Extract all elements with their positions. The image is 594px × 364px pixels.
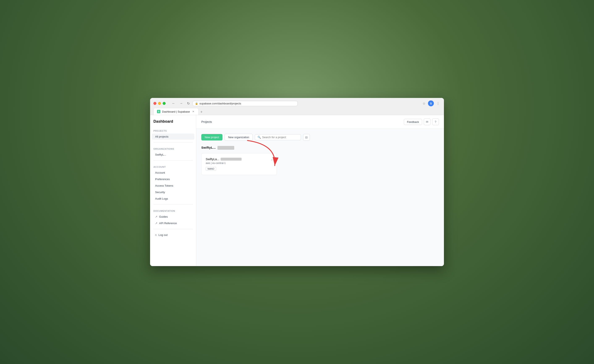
address-bar[interactable]: 🔒 supabase.com/dashboard/projects	[193, 101, 298, 106]
toolbar: New project New organization 🔍 ⊟	[201, 134, 439, 141]
sidebar-item-security[interactable]: Security	[152, 189, 194, 195]
security-label: Security	[155, 191, 165, 194]
page-title: Projects	[201, 120, 212, 124]
new-project-button[interactable]: New project	[201, 134, 223, 140]
sidebar-item-logout[interactable]: ⎋ Log out	[152, 232, 194, 238]
documentation-section-label: Documentation	[150, 207, 196, 213]
url-text: supabase.com/dashboard/projects	[199, 102, 295, 105]
all-projects-label: All projects	[155, 135, 169, 138]
org-section-title: SwiftyL...	[201, 146, 439, 150]
active-tab[interactable]: S Dashboard | Supabase ✕	[153, 108, 199, 115]
logout-label: Log out	[158, 233, 168, 237]
projects-section: SwiftyL...	[201, 146, 439, 175]
tab-favicon: S	[157, 110, 160, 113]
sidebar-title: Dashboard	[150, 119, 196, 127]
projects-section-label: Projects	[150, 127, 196, 133]
org-name-label: SwiftyL...	[155, 153, 166, 156]
sidebar-item-guides[interactable]: ↗ Guides	[152, 214, 194, 220]
sidebar: Dashboard Projects All projects Organiza…	[150, 115, 196, 266]
mail-icon: ✉	[426, 120, 428, 124]
api-arrow-icon: ↗	[155, 222, 157, 225]
account-label: Account	[155, 171, 165, 174]
traffic-light-yellow[interactable]	[158, 102, 161, 105]
filter-icon: ⊟	[305, 136, 308, 139]
filter-button[interactable]: ⊟	[303, 134, 310, 141]
back-button[interactable]: ←	[171, 101, 176, 106]
help-button[interactable]: ?	[432, 119, 439, 125]
search-icon: 🔍	[257, 136, 261, 139]
search-bar[interactable]: 🔍	[255, 134, 301, 140]
project-badge: NANO	[206, 167, 216, 171]
audit-logs-label: Audit Logs	[155, 197, 168, 200]
sidebar-divider-1	[153, 142, 193, 143]
project-card-name: SwiftyLa...	[206, 158, 271, 161]
api-ref-label: API Reference	[159, 222, 177, 225]
feedback-button[interactable]: Feedback	[404, 119, 422, 125]
sidebar-item-account[interactable]: Account	[152, 170, 194, 176]
guides-arrow-icon: ↗	[155, 215, 157, 218]
forward-button[interactable]: →	[178, 101, 184, 106]
sidebar-item-preferences[interactable]: Preferences	[152, 176, 194, 182]
sidebar-item-api-ref[interactable]: ↗ API Reference	[152, 220, 194, 226]
content-area: New project New organization 🔍 ⊟ SwiftyL…	[196, 129, 444, 266]
mail-button[interactable]: ✉	[424, 119, 431, 125]
browser-menu-icon[interactable]: ⋮	[436, 101, 441, 106]
new-tab-button[interactable]: +	[199, 109, 204, 115]
profile-avatar[interactable]: S	[428, 100, 434, 106]
tab-close-button[interactable]: ✕	[192, 110, 195, 113]
organizations-section-label: Organizations	[150, 145, 196, 151]
sidebar-item-access-tokens[interactable]: Access Tokens	[152, 183, 194, 189]
reload-button[interactable]: ↻	[186, 101, 191, 106]
main-content: Projects Feedback ✉ ? New project New or…	[196, 115, 444, 266]
lock-icon: 🔒	[195, 102, 198, 105]
new-organization-button[interactable]: New organization	[225, 134, 253, 141]
traffic-light-red[interactable]	[153, 102, 156, 105]
project-card-meta: aws | eu-central-1	[206, 162, 271, 165]
project-card[interactable]: SwiftyLa... aws | eu-central-1 NANO ›	[201, 153, 277, 175]
sidebar-divider-2	[153, 160, 193, 161]
page-header: Projects Feedback ✉ ?	[196, 115, 444, 129]
project-card-chevron-icon: ›	[271, 158, 272, 162]
sidebar-divider-3	[153, 205, 193, 205]
header-actions: Feedback ✉ ?	[404, 119, 439, 125]
bookmark-icon[interactable]: ☆	[422, 101, 426, 106]
preferences-label: Preferences	[155, 178, 170, 181]
logout-icon: ⎋	[155, 233, 157, 237]
search-input[interactable]	[262, 136, 298, 139]
sidebar-item-audit-logs[interactable]: Audit Logs	[152, 196, 194, 202]
sidebar-item-org[interactable]: SwiftyL...	[152, 152, 194, 158]
help-icon: ?	[435, 120, 436, 124]
access-tokens-label: Access Tokens	[155, 184, 173, 187]
traffic-light-green[interactable]	[163, 102, 166, 105]
account-section-label: Account	[150, 163, 196, 169]
tab-title: Dashboard | Supabase	[162, 110, 190, 113]
sidebar-divider-4	[153, 229, 193, 229]
sidebar-item-all-projects[interactable]: All projects	[152, 133, 194, 140]
project-card-info: SwiftyLa... aws | eu-central-1 NANO	[206, 158, 271, 171]
guides-label: Guides	[159, 215, 168, 218]
